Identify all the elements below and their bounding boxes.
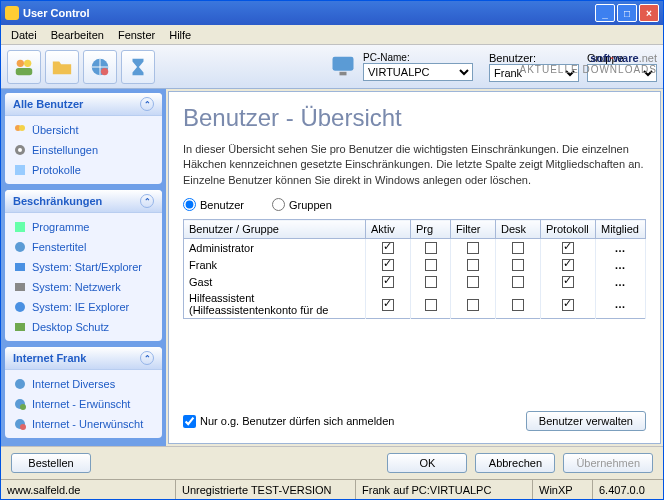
checkbox-icon[interactable]: [512, 276, 524, 288]
checkbox-icon[interactable]: [562, 259, 574, 271]
programs-icon: [13, 220, 27, 234]
sidebar-item-programme[interactable]: Programme: [11, 217, 156, 237]
sidebar-head-beschraenkungen[interactable]: Beschränkungen⌃: [5, 190, 162, 213]
overview-icon: [13, 123, 27, 137]
checkbox-icon[interactable]: [382, 242, 394, 254]
checkbox-icon[interactable]: [382, 276, 394, 288]
toolbar-folder-button[interactable]: [45, 50, 79, 84]
member-more-button[interactable]: …: [596, 273, 646, 290]
ie-icon: [13, 300, 27, 314]
menubar: Datei Bearbeiten Fenster Hilfe: [1, 25, 663, 45]
status-version: Unregistrierte TEST-VERSION: [176, 480, 356, 499]
only-users-checkbox[interactable]: Nur o.g. Benutzer dürfen sich anmelden: [183, 415, 394, 428]
svg-point-20: [20, 404, 26, 410]
table-row[interactable]: Hilfeassistent (Hilfeassistentenkonto fü…: [184, 290, 646, 319]
checkbox-icon[interactable]: [425, 259, 437, 271]
menu-datei[interactable]: Datei: [5, 27, 43, 43]
svg-point-8: [19, 125, 25, 131]
checkbox-icon[interactable]: [512, 299, 524, 311]
checkbox-icon[interactable]: [467, 276, 479, 288]
checkbox-icon[interactable]: [562, 276, 574, 288]
checkbox-icon[interactable]: [425, 276, 437, 288]
sidebar-item-protokolle[interactable]: Protokolle: [11, 160, 156, 180]
table-row[interactable]: Frank …: [184, 256, 646, 273]
menu-fenster[interactable]: Fenster: [112, 27, 161, 43]
checkbox-icon[interactable]: [425, 242, 437, 254]
checkbox-icon[interactable]: [512, 242, 524, 254]
checkbox-icon[interactable]: [562, 242, 574, 254]
window-title: User Control: [23, 7, 595, 19]
log-icon: [13, 163, 27, 177]
page-title: Benutzer - Übersicht: [183, 104, 646, 132]
manage-users-button[interactable]: Benutzer verwalten: [526, 411, 646, 431]
col-protokoll[interactable]: Protokoll: [541, 220, 596, 239]
checkbox-icon[interactable]: [467, 259, 479, 271]
maximize-button[interactable]: □: [617, 4, 637, 22]
col-prg[interactable]: Prg: [411, 220, 451, 239]
sidebar-head-alle-benutzer[interactable]: Alle Benutzer⌃: [5, 93, 162, 116]
toolbar-users-button[interactable]: [7, 50, 41, 84]
close-button[interactable]: ×: [639, 4, 659, 22]
ok-button[interactable]: OK: [387, 453, 467, 473]
radio-gruppen[interactable]: Gruppen: [272, 198, 332, 211]
menu-hilfe[interactable]: Hilfe: [163, 27, 197, 43]
member-more-button[interactable]: …: [596, 256, 646, 273]
desktop-icon: [13, 320, 27, 334]
footer-buttons: Bestellen OK Abbrechen Übernehmen: [1, 446, 663, 479]
radio-benutzer[interactable]: Benutzer: [183, 198, 244, 211]
sidebar-item-einstellungen[interactable]: Einstellungen: [11, 140, 156, 160]
explorer-icon: [13, 260, 27, 274]
pc-select[interactable]: VIRTUALPC: [363, 63, 473, 81]
globe-ok-icon: [13, 397, 27, 411]
checkbox-icon[interactable]: [512, 259, 524, 271]
toolbar-hourglass-button[interactable]: [121, 50, 155, 84]
member-more-button[interactable]: …: [596, 239, 646, 257]
checkbox-icon[interactable]: [382, 299, 394, 311]
page-description: In dieser Übersicht sehen Sie pro Benutz…: [183, 142, 646, 188]
checkbox-icon[interactable]: [562, 299, 574, 311]
minimize-button[interactable]: _: [595, 4, 615, 22]
apply-button[interactable]: Übernehmen: [563, 453, 653, 473]
svg-point-18: [15, 379, 25, 389]
cancel-button[interactable]: Abbrechen: [475, 453, 555, 473]
sidebar-item-start-explorer[interactable]: System: Start/Explorer: [11, 257, 156, 277]
col-name[interactable]: Benutzer / Gruppe: [184, 220, 366, 239]
checkbox-icon[interactable]: [467, 242, 479, 254]
sidebar-item-ie[interactable]: System: IE Explorer: [11, 297, 156, 317]
order-button[interactable]: Bestellen: [11, 453, 91, 473]
col-aktiv[interactable]: Aktiv: [366, 220, 411, 239]
table-row[interactable]: Gast …: [184, 273, 646, 290]
users-table: Benutzer / Gruppe Aktiv Prg Filter Desk …: [183, 219, 646, 319]
sidebar-item-uebersicht[interactable]: Übersicht: [11, 120, 156, 140]
settings-icon: [13, 143, 27, 157]
table-row[interactable]: Administrator …: [184, 239, 646, 257]
sidebar-head-internet[interactable]: Internet Frank⌃: [5, 347, 162, 370]
svg-rect-11: [15, 165, 25, 175]
svg-point-0: [17, 59, 24, 66]
status-user: Frank auf PC:VIRTUALPC: [356, 480, 533, 499]
view-radios: Benutzer Gruppen: [183, 198, 646, 211]
svg-point-16: [15, 302, 25, 312]
cell-name: Gast: [184, 273, 366, 290]
globe-block-icon: [13, 417, 27, 431]
checkbox-icon[interactable]: [467, 299, 479, 311]
toolbar-globe-button[interactable]: [83, 50, 117, 84]
menu-bearbeiten[interactable]: Bearbeiten: [45, 27, 110, 43]
member-more-button[interactable]: …: [596, 290, 646, 319]
checkbox-icon[interactable]: [382, 259, 394, 271]
sidebar-item-fenstertitel[interactable]: Fenstertitel: [11, 237, 156, 257]
software-net-logo: soft·ware.net AKTUELLE DOWNLOADS: [520, 45, 657, 75]
sidebar-item-internet-erwuenscht[interactable]: Internet - Erwünscht: [11, 394, 156, 414]
sidebar-item-netzwerk[interactable]: System: Netzwerk: [11, 277, 156, 297]
sidebar-item-desktop[interactable]: Desktop Schutz: [11, 317, 156, 337]
sidebar-panel-alle-benutzer: Alle Benutzer⌃ Übersicht Einstellungen P…: [5, 93, 162, 184]
sidebar-item-internet-unerwuenscht[interactable]: Internet - Unerwünscht: [11, 414, 156, 434]
sidebar-item-internet-diverses[interactable]: Internet Diverses: [11, 374, 156, 394]
checkbox-icon[interactable]: [425, 299, 437, 311]
svg-point-22: [20, 424, 26, 430]
col-filter[interactable]: Filter: [451, 220, 496, 239]
svg-point-4: [101, 67, 108, 74]
col-desk[interactable]: Desk: [496, 220, 541, 239]
col-mitglied[interactable]: Mitglied: [596, 220, 646, 239]
app-icon: [5, 6, 19, 20]
